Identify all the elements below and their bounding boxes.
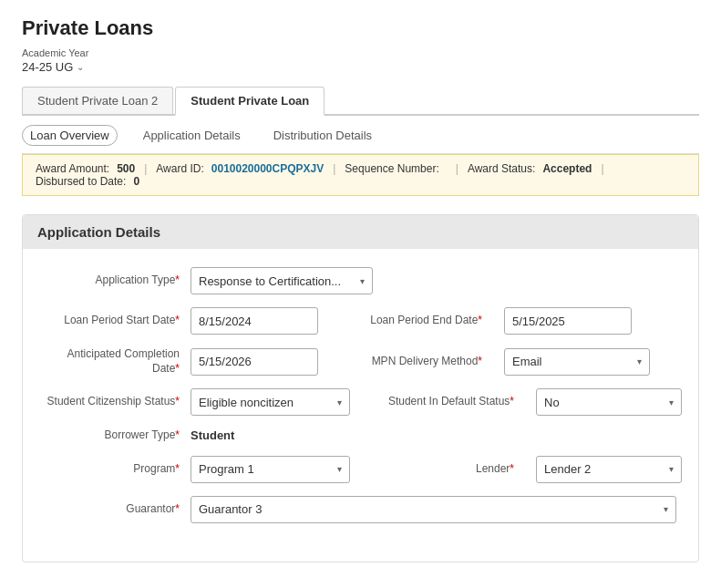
lender-select[interactable]: Lender 2 ▾ (536, 456, 682, 483)
academic-year-select[interactable]: 24-25 UG ⌄ (22, 60, 84, 74)
tabs-row: Student Private Loan 2 Student Private L… (22, 87, 699, 116)
chevron-down-icon: ▾ (337, 464, 342, 474)
award-amount-value: 500 (117, 162, 135, 175)
award-amount-label: Award Amount: (36, 162, 109, 175)
program-label: Program* (45, 462, 191, 477)
award-id-item: Award ID: 0010020000CPQPXJV (156, 162, 324, 175)
application-type-select[interactable]: Response to Certification... ▾ (191, 267, 373, 294)
tab-student-private-loan[interactable]: Student Private Loan (175, 87, 324, 116)
guarantor-label: Guarantor* (45, 502, 191, 517)
section-header: Application Details (23, 215, 698, 249)
loan-period-start-label: Loan Period Start Date* (45, 314, 191, 328)
sub-nav-loan-overview[interactable]: Loan Overview (22, 125, 118, 146)
disbursed-label: Disbursed to Date: (36, 175, 126, 188)
chevron-down-icon: ▾ (337, 397, 342, 407)
page-container: Private Loans Academic Year 24-25 UG ⌄ S… (0, 0, 721, 579)
chevron-down-icon: ⌄ (77, 62, 84, 72)
sep1: | (144, 162, 147, 175)
borrower-type-value: Student (191, 428, 234, 442)
borrower-type-label: Borrower Type* (45, 428, 191, 443)
chevron-down-icon: ▾ (637, 356, 642, 366)
citizenship-status-select[interactable]: Eligible noncitizen ▾ (191, 388, 350, 416)
chevron-down-icon: ▾ (664, 504, 668, 514)
application-details-card: Application Details Application Type* Re… (22, 214, 699, 562)
application-type-label: Application Type* (45, 273, 191, 288)
anticipated-completion-label: Anticipated Completion Date* (45, 347, 191, 376)
sep2: | (333, 162, 335, 175)
program-select[interactable]: Program 1 ▾ (191, 456, 350, 483)
citizenship-status-value: Eligible noncitizen (199, 396, 294, 409)
academic-year-label: Academic Year (22, 47, 699, 58)
award-id-label: Award ID: (156, 162, 203, 175)
default-status-value: No (544, 396, 560, 409)
mpn-delivery-select[interactable]: Email ▾ (504, 348, 650, 376)
mpn-delivery-label: MPN Delivery Method* (347, 355, 493, 369)
citizenship-status-label: Student Citizenship Status* (45, 395, 191, 409)
seq-number-label: Sequence Number: (345, 162, 438, 175)
chevron-down-icon: ▾ (669, 464, 674, 474)
award-amount-item: Award Amount: 500 (36, 162, 135, 175)
disbursed-item: Disbursed to Date: 0 (36, 175, 139, 188)
sep4: | (601, 162, 603, 175)
loan-period-end-label: Loan Period End Date* (347, 314, 493, 328)
tab-student-private-loan-2[interactable]: Student Private Loan 2 (22, 87, 173, 114)
loan-period-start-input[interactable] (191, 307, 318, 335)
program-value: Program 1 (199, 462, 254, 476)
chevron-down-icon: ▾ (360, 276, 365, 286)
lender-value: Lender 2 (544, 462, 591, 476)
award-status-item: Award Status: Accepted (468, 162, 592, 175)
guarantor-value: Guarantor 3 (199, 502, 262, 516)
section-body: Application Type* Response to Certificat… (23, 249, 698, 562)
mpn-delivery-value: Email (512, 355, 542, 368)
chevron-down-icon: ▾ (669, 397, 674, 407)
default-status-label: Student In Default Status* (379, 395, 525, 409)
lender-label: Lender* (379, 462, 525, 477)
application-type-value: Response to Certification... (199, 274, 341, 288)
award-status-value: Accepted (542, 162, 592, 175)
seq-number-item: Sequence Number: (345, 162, 446, 175)
default-status-select[interactable]: No ▾ (536, 388, 682, 416)
guarantor-select[interactable]: Guarantor 3 ▾ (191, 496, 676, 523)
sub-nav-application-details[interactable]: Application Details (136, 126, 248, 145)
disbursed-value: 0 (133, 175, 139, 188)
page-title: Private Loans (22, 16, 699, 40)
sub-nav-distribution-details[interactable]: Distribution Details (266, 126, 379, 145)
sep3: | (456, 162, 458, 175)
anticipated-completion-input[interactable] (191, 348, 318, 376)
award-id-value: 0010020000CPQPXJV (211, 162, 324, 175)
info-bar: Award Amount: 500 | Award ID: 0010020000… (22, 154, 699, 196)
award-status-label: Award Status: (468, 162, 535, 175)
loan-period-end-input[interactable] (504, 307, 632, 335)
academic-year-value: 24-25 UG (22, 60, 73, 74)
sub-nav: Loan Overview Application Details Distri… (22, 116, 699, 154)
